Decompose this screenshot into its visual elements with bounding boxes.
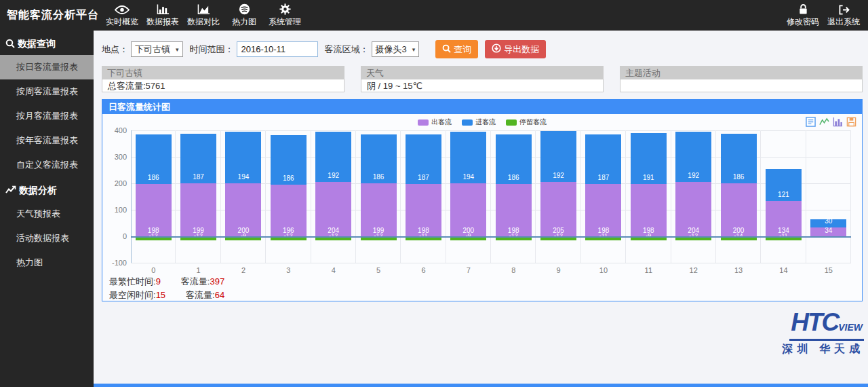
legend-swatch: [462, 119, 473, 126]
sidebar: 数据查询按日客流量报表按周客流量报表按月客流量报表按年客流量报表自定义客流报表数…: [0, 31, 94, 387]
bar-value-label: 194: [446, 173, 491, 181]
gridline: [850, 130, 851, 263]
info-panels: 下司古镇 总客流量:5761 天气 阴 / 19 ~ 15℃ 主题活动: [102, 66, 863, 92]
bar-value-label: 186: [266, 174, 311, 182]
idle-flow-value: 64: [215, 290, 224, 300]
legend-item[interactable]: 停留客流: [506, 117, 547, 127]
bar-value-label: -9: [446, 232, 491, 239]
sidebar-item[interactable]: 按周客流量报表: [0, 79, 94, 104]
app-title: 智能客流分析平台: [0, 0, 102, 31]
export-data-button[interactable]: 导出数据: [485, 40, 546, 58]
filter-bar: 地点： 下司古镇 时间范围： 客流区域： 摄像头3 查询 导出数据: [102, 40, 863, 58]
bar-value-label: 186: [131, 174, 176, 181]
htcview-logo: HTCVIEW 深圳 华天成: [783, 311, 864, 356]
gridline: [535, 130, 536, 263]
sidebar-item[interactable]: 按月客流量报表: [0, 104, 94, 128]
gridline: [400, 130, 401, 263]
top-navbar: 智能客流分析平台 实时概览数据报表数据对比热力图系统管理 修改密码退出系统: [0, 0, 868, 31]
query-button[interactable]: 查询: [435, 40, 478, 58]
area-chart-icon: [197, 3, 210, 15]
sidebar-item[interactable]: 热力图: [0, 251, 94, 275]
x-axis-tick-label: 13: [716, 266, 761, 274]
nav-item-label: 数据对比: [187, 16, 220, 28]
area-label: 客流区域：: [325, 43, 369, 56]
legend-item[interactable]: 进客流: [462, 117, 496, 127]
gridline: [446, 130, 446, 263]
nav-item[interactable]: 修改密码: [783, 0, 823, 31]
sidebar-section-title: 数据查询: [0, 31, 94, 55]
chart-legend: 出客流进客流停留客流: [418, 117, 547, 127]
x-axis-tick-label: 14: [761, 266, 806, 274]
nav-item[interactable]: 退出系统: [823, 0, 864, 31]
gridline: [131, 263, 851, 263]
bar-value-label: -12: [536, 232, 580, 239]
gridline: [175, 130, 176, 263]
idle-stat-line: 最空闲时间:15客流量:64: [109, 289, 224, 302]
daily-flow-chart-panel: 日客流量统计图 出客流进客流停留客流 4003002001000-1001861…: [102, 99, 863, 301]
bar-value-label: -11: [401, 232, 446, 239]
y-axis-line: [131, 130, 132, 263]
nav-item[interactable]: 系统管理: [264, 0, 305, 31]
heatmap-icon: [239, 3, 250, 15]
chart-body: 出客流进客流停留客流 4003002001000-100186198-12018…: [102, 113, 863, 301]
gridline: [671, 130, 671, 263]
bar-value-label: 192: [536, 172, 580, 179]
nav-menu: 实时概览数据报表数据对比热力图系统管理: [102, 0, 305, 31]
y-axis-tick-label: -100: [105, 259, 127, 267]
legend-label: 停留客流: [519, 117, 547, 127]
y-axis-tick-label: 200: [105, 179, 127, 187]
bar-value-label: -12: [671, 232, 716, 239]
bar-value-label: 187: [581, 174, 626, 181]
nav-item-label: 热力图: [232, 16, 256, 28]
bar-value-label: 187: [401, 174, 446, 181]
date-input[interactable]: [237, 41, 318, 57]
panel-title: 主题活动: [620, 66, 863, 79]
nav-item-label: 实时概览: [106, 16, 138, 28]
nav-item-label: 系统管理: [269, 16, 301, 28]
trend-chart-icon[interactable]: [819, 117, 829, 127]
gridline: [265, 130, 266, 263]
nav-item[interactable]: 热力图: [224, 0, 264, 31]
camera-select[interactable]: 摄像头3: [372, 41, 420, 57]
nav-item[interactable]: 数据报表: [142, 0, 183, 31]
sidebar-section-title: 数据分析: [0, 177, 94, 202]
nav-item[interactable]: 数据对比: [183, 0, 224, 31]
sidebar-item[interactable]: 按日客流量报表: [0, 55, 94, 79]
gridline: [355, 130, 356, 263]
nav-item[interactable]: 实时概览: [102, 0, 142, 31]
x-axis-tick-label: 9: [536, 266, 580, 274]
save-image-icon[interactable]: [846, 117, 856, 127]
bar-value-label: 194: [221, 173, 266, 181]
bar-value-label: 191: [626, 174, 671, 181]
chart-toolbox: [806, 117, 856, 127]
x-axis-tick-label: 8: [491, 266, 536, 274]
sidebar-item[interactable]: 自定义客流报表: [0, 153, 94, 177]
histogram-icon[interactable]: [833, 117, 843, 127]
location-select[interactable]: 下司古镇: [131, 41, 183, 57]
bar-value-label: 192: [311, 172, 356, 179]
legend-label: 出客流: [431, 117, 452, 127]
x-axis-tick-label: 5: [356, 266, 401, 274]
bar-value-label: 192: [671, 172, 716, 179]
y-axis-tick-label: 100: [105, 206, 127, 214]
panel-title: 下司古镇: [102, 66, 344, 79]
x-axis-tick-label: 2: [221, 266, 266, 274]
sidebar-item[interactable]: 按年客流量报表: [0, 128, 94, 153]
sidebar-item[interactable]: 活动数据报表: [0, 226, 94, 251]
weather-panel: 天气 阴 / 19 ~ 15℃: [361, 66, 604, 92]
x-axis-tick-label: 0: [131, 266, 176, 274]
data-view-icon[interactable]: [806, 117, 816, 127]
bar-value-label: -14: [716, 232, 761, 239]
legend-swatch: [418, 119, 429, 126]
bar-value-label: -12: [311, 232, 356, 239]
legend-item[interactable]: 出客流: [418, 117, 452, 127]
main-content: 地点： 下司古镇 时间范围： 客流区域： 摄像头3 查询 导出数据 下司古镇 总…: [94, 31, 868, 387]
total-flow-value: 总客流量:5761: [102, 79, 344, 92]
eye-icon: [115, 3, 130, 15]
sidebar-item[interactable]: 天气预报表: [0, 202, 94, 226]
busiest-stat-line: 最繁忙时间:9客流量:397: [109, 275, 224, 289]
time-range-label: 时间范围：: [190, 43, 234, 56]
gridline: [131, 130, 851, 131]
bar-value-label: -12: [356, 232, 401, 239]
x-axis-tick-label: 7: [446, 266, 491, 274]
